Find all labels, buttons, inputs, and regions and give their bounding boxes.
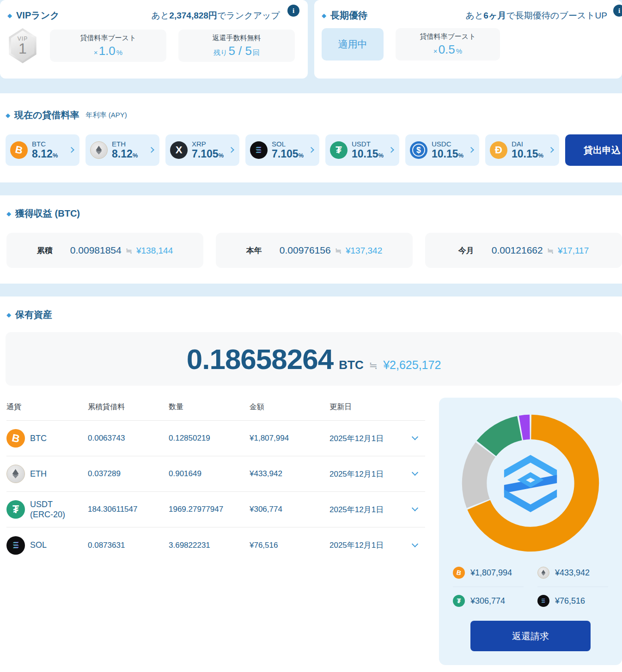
rate-boost-card: 貸借料率ブースト ×1.0% [50,30,166,62]
legend-yen-value: ¥433,942 [555,568,590,578]
expand-row-button[interactable] [409,502,422,516]
longterm-benefit-card: 長期優待 あと6ヶ月で長期優待のブーストUP i 適用中 貸借料率ブースト ×0… [314,0,622,79]
holdings-table: 通貨 累積貸借料 数量 金額 更新日 BTC 0.0063743 0.12850… [6,398,425,665]
longterm-boost-label: 貸借料率ブースト [420,32,476,41]
row-currency-name: SOL [30,540,47,550]
free-fee-value: 残り5 / 5回 [213,44,260,58]
row-cumulative-fee: 0.037289 [88,469,169,478]
vip-rank-card: VIPランク あと2,374,828円でランクアップ i VIP 1 貸借料率ブ… [0,0,308,79]
btc-icon [453,567,465,579]
rate-value: 7.105 [272,148,299,160]
table-row-sol[interactable]: SOL 0.0873631 3.69822231 ¥76,516 2025年12… [6,527,425,563]
col-header-value: 金額 [250,402,329,412]
row-updated-date: 2025年12月1日 [329,504,409,515]
chevron-right-icon [148,147,154,153]
return-request-button[interactable]: 返還請求 [470,621,591,651]
chevron-down-icon [412,540,418,547]
usdc-icon [410,141,427,159]
approx-sign: ≒ [369,360,378,372]
earnings-card-cumulative: 累積 0.00981854≒¥138,144 [6,233,203,268]
rate-card-btc[interactable]: BTC8.12% [6,134,79,166]
earnings-label: 今月 [458,245,474,256]
row-yen-value: ¥76,516 [250,541,329,550]
fee-suffix: 回 [253,48,260,57]
boostup-suffix: で長期優待のブーストUP [506,11,607,20]
table-row-eth[interactable]: ETH 0.037289 0.901649 ¥433,942 2025年12月1… [6,456,425,492]
btc-icon [10,141,28,159]
col-header-updated: 更新日 [329,402,409,412]
lend-apply-button[interactable]: 貸出申込 [565,134,622,166]
legend-item-eth: ¥433,942 [537,567,608,587]
rate-card-usdt[interactable]: USDT10.15% [325,134,399,166]
ticker-label: SOL [272,140,304,148]
table-row-usdt[interactable]: USDT(ERC-20) 184.30611547 1969.27977947 … [6,492,425,527]
status-badge-active: 適用中 [322,28,384,61]
ticker-label: USDC [432,140,463,148]
vip-badge-rank: 1 [7,40,38,57]
ticker-label: ETH [112,140,138,148]
row-updated-date: 2025年12月1日 [329,433,409,444]
row-currency-name: ETH [30,469,47,478]
approx-sign: ≒ [335,246,341,256]
total-btc-value: 0.18658264 [187,343,334,375]
percent-sign: % [133,152,138,159]
expand-row-button[interactable] [409,431,422,445]
dai-icon [490,141,507,159]
btc-icon [6,429,25,448]
vip-rank-title-text: VIPランク [16,9,60,22]
rate-card-dai[interactable]: DAI10.15% [485,134,559,166]
longterm-boost-card: 貸借料率ブースト ×0.5% [396,28,500,61]
earnings-yen-value: ¥17,117 [558,246,589,256]
rate-boost-value: ×1.0% [94,44,122,58]
rate-card-eth[interactable]: ETH8.12% [85,134,159,166]
chevron-right-icon [468,147,474,153]
row-amount: 3.69822231 [169,541,250,550]
approx-sign: ≒ [126,246,132,256]
earnings-yen-value: ¥138,144 [136,246,173,256]
table-row-btc[interactable]: BTC 0.0063743 0.12850219 ¥1,807,994 2025… [6,421,425,456]
expand-row-button[interactable] [409,539,422,552]
vip-badge: VIP 1 [7,28,38,63]
earnings-btc-value: 0.00981854 [70,245,122,256]
usdt-icon [330,141,348,159]
chevron-down-icon [412,434,418,440]
earnings-section: 獲得収益 (BTC) 累積 0.00981854≒¥138,144 本年 0.0… [0,195,622,284]
chevron-down-icon [412,505,418,511]
longterm-title: 長期優待 [322,9,367,22]
dashboard-page: VIPランク あと2,374,828円でランクアップ i VIP 1 貸借料率ブ… [0,0,622,672]
rate-card-usdc[interactable]: USDC10.15% [405,134,479,166]
info-icon[interactable]: i [613,5,622,17]
earnings-yen-value: ¥137,342 [346,246,382,256]
row-yen-value: ¥433,942 [250,469,329,478]
holdings-title-text: 保有資産 [15,309,52,321]
chevron-right-icon [548,147,554,153]
sol-icon [250,141,268,159]
boostup-note: あと6ヶ月で長期優待のブーストUP [465,10,607,22]
chevron-right-icon [388,147,394,153]
row-cumulative-fee: 0.0873631 [88,541,169,550]
expand-row-button[interactable] [409,467,422,481]
boost-number: 0.5 [439,42,455,57]
section-divider-band [0,79,622,93]
row-currency-name: BTC [30,434,47,443]
legend-yen-value: ¥306,774 [470,596,505,606]
rate-value: 7.105 [192,148,219,160]
rate-card-xrp[interactable]: XRP7.105% [165,134,239,166]
row-cumulative-fee: 0.0063743 [88,434,169,443]
free-fee-label: 返還手数料無料 [213,34,261,42]
rate-value: 8.12 [32,148,53,160]
section-divider-band [0,284,622,297]
eth-icon [90,141,108,159]
info-icon[interactable]: i [287,5,299,17]
row-amount: 0.901649 [169,469,250,478]
rate-card-sol[interactable]: SOL7.105% [245,134,319,166]
row-updated-date: 2025年12月1日 [329,540,409,551]
row-updated-date: 2025年12月1日 [329,469,409,479]
rates-title: 現在の貸借料率 [6,109,79,121]
boost-number: 1.0 [99,44,116,58]
rates-title-text: 現在の貸借料率 [14,109,79,121]
rate-value: 10.15 [432,148,458,160]
rate-value: 8.12 [112,148,133,160]
percent-sign: % [299,152,304,159]
row-amount: 0.12850219 [169,434,250,443]
